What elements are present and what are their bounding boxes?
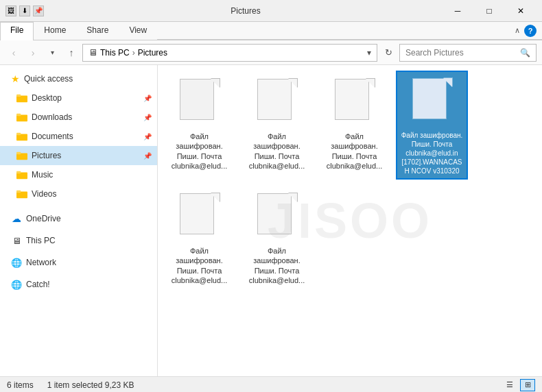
pin-titlebar-icon[interactable]: 📌: [33, 5, 44, 16]
view-controls: ☰ ⊞: [502, 379, 535, 391]
star-icon: ★: [11, 73, 20, 84]
file-icon: [408, 75, 456, 130]
files-grid: Файл зашифрован. Пиши. Почта clubnika@el…: [163, 71, 537, 290]
minimize-button[interactable]: ─: [442, 0, 473, 22]
close-button[interactable]: ✕: [505, 0, 537, 22]
ribbon-tabs: File Home Share View ∧ ?: [0, 22, 542, 40]
address-this-pc[interactable]: This PC: [100, 48, 130, 58]
item-count: 6 items: [7, 380, 34, 390]
status-bar: 6 items 1 item selected 9,23 KB ☰ ⊞: [0, 376, 542, 392]
catch-icon: 🌐: [11, 279, 22, 290]
list-view-button[interactable]: ☰: [502, 379, 517, 391]
main-layout: ★ Quick access Desktop 📌 Downloads 📌 Doc…: [0, 65, 542, 376]
window-controls: ─ □ ✕: [442, 0, 537, 22]
file-label: Файл зашифрован. Пиши. Почта clubnika@el…: [167, 246, 232, 285]
folder-icon: [16, 188, 27, 199]
folder-icon: [16, 131, 27, 142]
file-area: JISOO Файл зашифрован. Пиши. Почта clubn…: [158, 65, 542, 376]
sidebar-item-music[interactable]: Music: [0, 165, 157, 184]
sidebar-item-catch-label: Catch!: [26, 280, 152, 289]
back-button[interactable]: ‹: [5, 45, 22, 61]
sidebar-item-thispc-label: This PC: [26, 236, 152, 245]
maximize-button[interactable]: □: [473, 0, 505, 22]
sidebar-item-desktop[interactable]: Desktop 📌: [0, 88, 157, 108]
quick-access-label: Quick access: [24, 74, 152, 84]
app-icon: 🖼: [5, 5, 16, 16]
toolbar: ‹ › ▾ ↑ 🖥 This PC › Pictures ▾ ↻ 🔍: [0, 40, 542, 65]
sidebar-item-downloads[interactable]: Downloads 📌: [0, 108, 157, 127]
pin-icon: 📌: [143, 114, 152, 121]
file-icon: [176, 190, 224, 245]
computer-icon: 🖥: [11, 235, 22, 246]
address-pictures[interactable]: Pictures: [138, 48, 167, 58]
file-icon: [253, 75, 301, 130]
tab-view[interactable]: View: [119, 22, 157, 40]
file-item[interactable]: Файл зашифрован. Пиши. Почта clubnika@el…: [241, 185, 313, 290]
forward-button[interactable]: ›: [25, 45, 41, 61]
file-item[interactable]: Файл зашифрован. Пиши. Почта clubnika@el…: [163, 71, 235, 180]
file-label: Файл зашифрован. Пиши. Почта clubnika@el…: [244, 246, 309, 285]
sidebar-item-videos-label: Videos: [32, 189, 152, 199]
recent-locations-button[interactable]: ▾: [44, 45, 60, 61]
svg-rect-6: [16, 133, 21, 136]
svg-rect-10: [16, 171, 21, 174]
collapse-ribbon-icon[interactable]: ∧: [515, 26, 520, 35]
folder-icon: [16, 93, 27, 103]
svg-rect-8: [16, 152, 21, 155]
sidebar: ★ Quick access Desktop 📌 Downloads 📌 Doc…: [0, 65, 158, 376]
tab-file[interactable]: File: [0, 22, 34, 40]
file-icon: [253, 190, 301, 245]
tab-home[interactable]: Home: [34, 22, 76, 40]
file-label: Файл зашифрован. Пиши. Почта clubnika@el…: [322, 132, 387, 171]
up-button[interactable]: ↑: [63, 45, 80, 61]
ribbon: File Home Share View ∧ ?: [0, 22, 542, 40]
folder-icon: [16, 112, 27, 123]
svg-rect-4: [16, 114, 21, 117]
sidebar-item-music-label: Music: [32, 170, 152, 180]
search-input[interactable]: [405, 48, 517, 58]
refresh-button[interactable]: ↻: [380, 45, 397, 61]
sidebar-item-onedrive[interactable]: ☁ OneDrive: [0, 209, 157, 228]
pin-icon: 📌: [143, 133, 152, 140]
address-bar[interactable]: 🖥 This PC › Pictures ▾: [82, 44, 377, 62]
search-icon[interactable]: 🔍: [520, 48, 530, 58]
folder-icon: [16, 169, 27, 180]
sidebar-item-thispc[interactable]: 🖥 This PC: [0, 231, 157, 250]
sidebar-item-catch[interactable]: 🌐 Catch!: [0, 275, 157, 294]
file-item[interactable]: Файл зашифрован. Пиши. Почта clubnika@el…: [241, 71, 313, 180]
sidebar-item-downloads-label: Downloads: [32, 112, 139, 122]
network-icon: 🌐: [11, 257, 22, 268]
file-icon: [176, 75, 224, 130]
svg-rect-12: [16, 191, 21, 193]
sidebar-item-desktop-label: Desktop: [32, 93, 139, 103]
address-home-icon: 🖥: [89, 47, 97, 58]
sidebar-item-network[interactable]: 🌐 Network: [0, 253, 157, 272]
sidebar-item-videos[interactable]: Videos: [0, 184, 157, 204]
file-label-selected: Файл зашифрован. Пиши. Почта clubnika@el…: [400, 131, 464, 175]
sidebar-item-documents-label: Documents: [32, 132, 139, 141]
large-icons-view-button[interactable]: ⊞: [520, 379, 535, 391]
file-icon: [331, 75, 379, 130]
window-title: Pictures: [49, 6, 442, 16]
selection-info: 1 item selected 9,23 KB: [47, 380, 134, 390]
help-icon[interactable]: ?: [524, 25, 537, 37]
sidebar-item-onedrive-label: OneDrive: [26, 214, 152, 223]
file-label: Файл зашифрован. Пиши. Почта clubnika@el…: [244, 132, 309, 171]
address-dropdown-icon[interactable]: ▾: [367, 48, 371, 58]
title-bar-icons: 🖼 ⬇ 📌: [5, 5, 44, 16]
svg-rect-2: [16, 95, 21, 97]
sidebar-item-documents[interactable]: Documents 📌: [0, 127, 157, 146]
sidebar-item-pictures-label: Pictures: [32, 151, 139, 160]
tab-share[interactable]: Share: [76, 22, 119, 40]
search-box[interactable]: 🔍: [399, 44, 537, 62]
file-item-selected[interactable]: Файл зашифрован. Пиши. Почта clubnika@el…: [396, 71, 468, 180]
folder-icon: [16, 150, 27, 161]
file-item[interactable]: Файл зашифрован. Пиши. Почта clubnika@el…: [318, 71, 390, 180]
quick-access-icon[interactable]: ⬇: [19, 5, 30, 16]
sidebar-quick-access[interactable]: ★ Quick access: [0, 69, 157, 88]
file-label: Файл зашифрован. Пиши. Почта clubnika@el…: [167, 132, 232, 171]
sidebar-item-pictures[interactable]: Pictures 📌: [0, 146, 157, 165]
onedrive-icon: ☁: [11, 213, 22, 224]
pin-icon: 📌: [143, 152, 152, 160]
file-item[interactable]: Файл зашифрован. Пиши. Почта clubnika@el…: [163, 185, 235, 290]
